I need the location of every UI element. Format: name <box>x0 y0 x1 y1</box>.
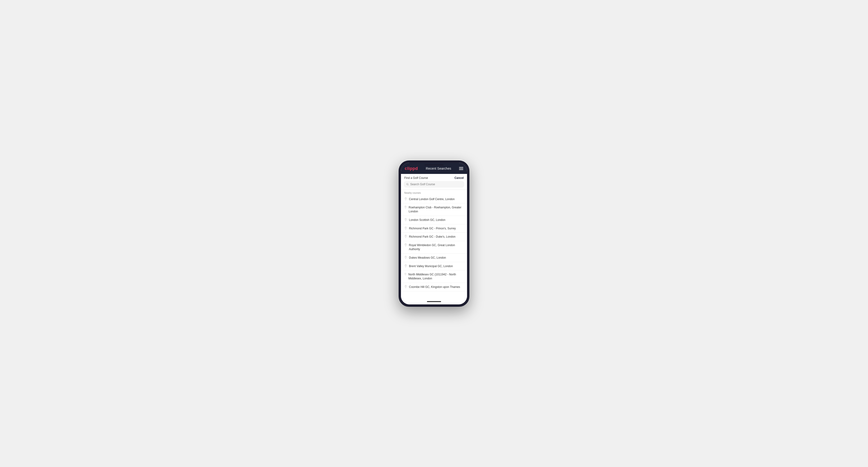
search-input-wrapper[interactable] <box>404 181 464 188</box>
cancel-button[interactable]: Cancel <box>455 176 464 180</box>
location-pin-icon <box>404 206 407 209</box>
location-pin-icon <box>404 218 407 221</box>
course-name: London Scottish GC, London <box>409 218 445 222</box>
course-name: North Middlesex GC (1011942 - North Midd… <box>408 273 464 281</box>
course-list-item[interactable]: Richmond Park GC - Prince's, Surrey <box>401 224 467 233</box>
svg-point-10 <box>405 274 406 274</box>
phone-screen: clippd Recent Searches Find a Golf Cours… <box>401 163 467 304</box>
course-list-item[interactable]: Central London Golf Centre, London <box>401 195 467 204</box>
svg-point-9 <box>405 265 406 266</box>
svg-line-1 <box>408 185 408 185</box>
location-pin-icon <box>404 197 407 200</box>
home-indicator <box>401 299 467 304</box>
svg-point-11 <box>405 286 406 286</box>
search-area: Find a Golf Course Cancel <box>401 174 467 189</box>
course-list-item[interactable]: Royal Wimbledon GC, Great London Authori… <box>401 241 467 254</box>
courses-container: Central London Golf Centre, London Roeha… <box>401 195 467 291</box>
location-pin-icon <box>404 264 407 268</box>
course-list-item[interactable]: Brent Valley Municipal GC, London <box>401 262 467 271</box>
course-name: Central London Golf Centre, London <box>409 197 455 201</box>
svg-point-3 <box>405 206 406 207</box>
course-list-item[interactable]: Richmond Park GC - Duke's, London <box>401 233 467 241</box>
course-list-item[interactable]: Roehampton Club - Roehampton, Greater Lo… <box>401 204 467 216</box>
course-list-item[interactable]: Coombe Hill GC, Kingston upon Thames <box>401 283 467 291</box>
app-logo: clippd <box>405 166 418 171</box>
phone-frame: clippd Recent Searches Find a Golf Cours… <box>399 160 469 307</box>
home-bar <box>427 301 441 302</box>
course-name: Roehampton Club - Roehampton, Greater Lo… <box>409 206 464 214</box>
svg-point-6 <box>405 236 406 236</box>
course-name: Coombe Hill GC, Kingston upon Thames <box>409 285 460 289</box>
find-label: Find a Golf Course <box>404 176 428 180</box>
page-title: Recent Searches <box>426 166 451 170</box>
location-pin-icon <box>404 273 406 276</box>
course-list-item[interactable]: North Middlesex GC (1011942 - North Midd… <box>401 271 467 283</box>
location-pin-icon <box>404 256 407 259</box>
menu-icon[interactable] <box>459 167 463 170</box>
nearby-courses-label: Nearby courses <box>401 190 467 195</box>
find-header: Find a Golf Course Cancel <box>401 174 467 181</box>
course-name: Brent Valley Municipal GC, London <box>409 264 453 268</box>
svg-point-5 <box>405 227 406 228</box>
location-pin-icon <box>404 226 407 230</box>
courses-list: Nearby courses Central London Golf Centr… <box>401 190 467 299</box>
course-list-item[interactable]: London Scottish GC, London <box>401 216 467 224</box>
svg-point-2 <box>405 198 406 198</box>
search-icon <box>406 183 409 186</box>
location-pin-icon <box>404 285 407 288</box>
svg-point-0 <box>407 183 408 185</box>
svg-point-4 <box>405 219 406 219</box>
location-pin-icon <box>404 235 407 238</box>
location-pin-icon <box>404 243 407 247</box>
phone-notch <box>425 164 443 166</box>
svg-point-8 <box>405 256 406 257</box>
course-name: Richmond Park GC - Prince's, Surrey <box>409 226 456 230</box>
course-name: Richmond Park GC - Duke's, London <box>409 235 456 239</box>
course-list-item[interactable]: Dukes Meadows GC, London <box>401 254 467 262</box>
course-name: Royal Wimbledon GC, Great London Authori… <box>409 243 464 251</box>
svg-point-7 <box>405 244 406 245</box>
course-name: Dukes Meadows GC, London <box>409 256 446 260</box>
search-input[interactable] <box>410 183 462 186</box>
